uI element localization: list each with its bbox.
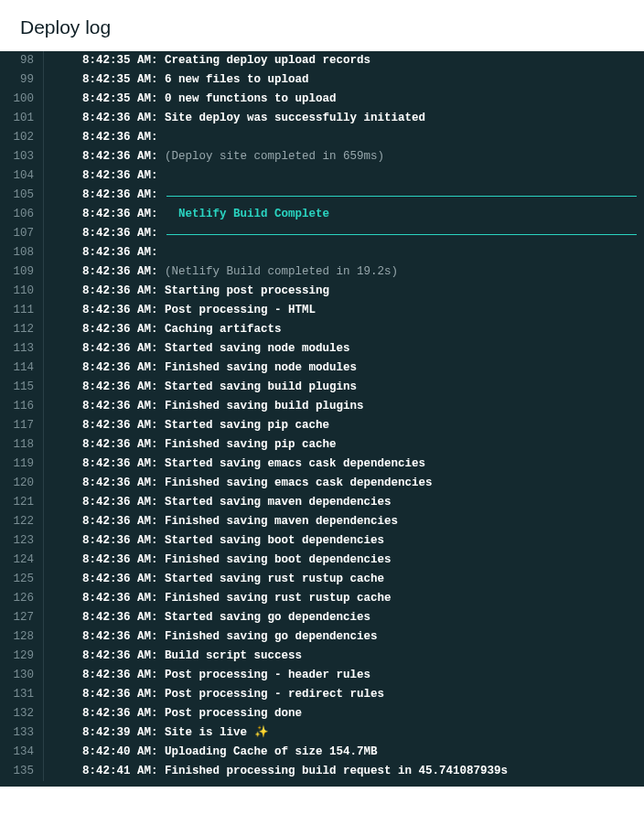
log-line[interactable]: 1098:42:36 AM: (Netlify Build completed … [0, 262, 644, 282]
log-line[interactable]: 1258:42:36 AM: Started saving rust rustu… [0, 570, 644, 589]
deploy-log[interactable]: 988:42:35 AM: Creating deploy upload rec… [0, 51, 644, 787]
log-timestamp: 8:42:36 AM: [82, 416, 165, 435]
log-message: Finished saving go dependencies [165, 627, 378, 647]
log-line[interactable]: 1058:42:36 AM: [0, 186, 644, 205]
log-message: Uploading Cache of size 154.7MB [165, 743, 378, 762]
log-line[interactable]: 1008:42:35 AM: 0 new functions to upload [0, 90, 644, 109]
log-timestamp: 8:42:36 AM: [82, 339, 165, 359]
log-line[interactable]: 1088:42:36 AM: [0, 243, 644, 262]
sparkle-icon: ✨ [254, 723, 269, 743]
log-message: Finished saving rust rustup cache [165, 589, 392, 608]
log-content: 8:42:36 AM: Finished saving boot depende… [44, 551, 644, 570]
page-title: Deploy log [20, 16, 624, 38]
line-number: 108 [0, 243, 44, 262]
log-timestamp: 8:42:36 AM: [82, 531, 165, 551]
log-timestamp: 8:42:36 AM: [82, 282, 165, 301]
log-message: Post processing - header rules [165, 666, 370, 685]
log-message: 6 new files to upload [165, 70, 309, 90]
log-line[interactable]: 1158:42:36 AM: Started saving build plug… [0, 378, 644, 397]
log-content: 8:42:36 AM: Started saving node modules [44, 339, 644, 359]
log-content: 8:42:40 AM: Uploading Cache of size 154.… [44, 743, 644, 762]
line-number: 126 [0, 589, 44, 608]
log-timestamp: 8:42:36 AM: [82, 262, 165, 282]
log-line[interactable]: 1148:42:36 AM: Finished saving node modu… [0, 359, 644, 378]
log-timestamp: 8:42:40 AM: [82, 743, 165, 762]
log-content: 8:42:36 AM: [44, 224, 644, 243]
line-number: 99 [0, 70, 44, 90]
log-content: 8:42:35 AM: 0 new functions to upload [44, 90, 644, 109]
log-timestamp: 8:42:36 AM: [82, 186, 165, 205]
log-content: 8:42:36 AM: Post processing - redirect r… [44, 685, 644, 704]
log-line[interactable]: 1168:42:36 AM: Finished saving build plu… [0, 397, 644, 416]
line-number: 98 [0, 51, 44, 70]
log-content: 8:42:36 AM: [44, 128, 644, 147]
log-timestamp: 8:42:36 AM: [82, 205, 165, 224]
line-number: 100 [0, 90, 44, 109]
log-line[interactable]: 1198:42:36 AM: Started saving emacs cask… [0, 455, 644, 474]
divider-rule [166, 234, 637, 235]
log-content: 8:42:36 AM: Finished saving node modules [44, 359, 644, 378]
log-line[interactable]: 1278:42:36 AM: Started saving go depende… [0, 608, 644, 627]
log-line[interactable]: 1028:42:36 AM: [0, 128, 644, 147]
line-number: 131 [0, 685, 44, 704]
log-line[interactable]: 1238:42:36 AM: Started saving boot depen… [0, 531, 644, 551]
log-timestamp: 8:42:36 AM: [82, 128, 165, 147]
log-timestamp: 8:42:36 AM: [82, 109, 165, 128]
log-line[interactable]: 1178:42:36 AM: Started saving pip cache [0, 416, 644, 435]
log-line[interactable]: 1298:42:36 AM: Build script success [0, 647, 644, 666]
log-line[interactable]: 1308:42:36 AM: Post processing - header … [0, 666, 644, 685]
log-line[interactable]: 998:42:35 AM: 6 new files to upload [0, 70, 644, 90]
log-content: 8:42:35 AM: 6 new files to upload [44, 70, 644, 90]
line-number: 117 [0, 416, 44, 435]
log-message: Started saving boot dependencies [165, 531, 384, 551]
line-number: 129 [0, 647, 44, 666]
log-line[interactable]: 1108:42:36 AM: Starting post processing [0, 282, 644, 301]
log-line[interactable]: 1048:42:36 AM: [0, 166, 644, 186]
log-timestamp: 8:42:36 AM: [82, 512, 165, 531]
log-line[interactable]: 1248:42:36 AM: Finished saving boot depe… [0, 551, 644, 570]
line-number: 109 [0, 262, 44, 282]
log-content: 8:42:36 AM: Post processing - header rul… [44, 666, 644, 685]
log-line[interactable]: 1068:42:36 AM: Netlify Build Complete [0, 205, 644, 224]
line-number: 121 [0, 493, 44, 512]
log-line[interactable]: 1208:42:36 AM: Finished saving emacs cas… [0, 474, 644, 493]
log-line[interactable]: 1128:42:36 AM: Caching artifacts [0, 320, 644, 339]
log-line[interactable]: 1228:42:36 AM: Finished saving maven dep… [0, 512, 644, 531]
log-content: 8:42:36 AM: (Deploy site completed in 65… [44, 147, 644, 166]
line-number: 103 [0, 147, 44, 166]
log-timestamp: 8:42:36 AM: [82, 685, 165, 704]
log-timestamp: 8:42:36 AM: [82, 704, 165, 723]
log-line[interactable]: 1348:42:40 AM: Uploading Cache of size 1… [0, 743, 644, 762]
log-timestamp: 8:42:36 AM: [82, 166, 165, 186]
log-line[interactable]: 1218:42:36 AM: Started saving maven depe… [0, 493, 644, 512]
log-content: 8:42:36 AM: [44, 243, 644, 262]
log-timestamp: 8:42:39 AM: [82, 723, 165, 743]
line-number: 110 [0, 282, 44, 301]
log-line[interactable]: 1338:42:39 AM: Site is live ✨ [0, 723, 644, 743]
log-line[interactable]: 1118:42:36 AM: Post processing - HTML [0, 301, 644, 320]
log-line[interactable]: 1138:42:36 AM: Started saving node modul… [0, 339, 644, 359]
log-line[interactable]: 1268:42:36 AM: Finished saving rust rust… [0, 589, 644, 608]
log-content: 8:42:36 AM: Finished saving rust rustup … [44, 589, 644, 608]
log-line[interactable]: 1328:42:36 AM: Post processing done [0, 704, 644, 723]
log-line[interactable]: 1078:42:36 AM: [0, 224, 644, 243]
log-content: 8:42:36 AM: Finished saving go dependenc… [44, 627, 644, 647]
line-number: 120 [0, 474, 44, 493]
log-content: 8:42:36 AM: Started saving pip cache [44, 416, 644, 435]
log-line[interactable]: 1318:42:36 AM: Post processing - redirec… [0, 685, 644, 704]
log-line[interactable]: 1018:42:36 AM: Site deploy was successfu… [0, 109, 644, 128]
header: Deploy log [0, 0, 644, 51]
log-message: Site is live [165, 723, 254, 743]
line-number: 132 [0, 704, 44, 723]
line-number: 102 [0, 128, 44, 147]
log-line[interactable]: 1358:42:41 AM: Finished processing build… [0, 762, 644, 781]
log-content: 8:42:36 AM: Finished saving maven depend… [44, 512, 644, 531]
log-line[interactable]: 1188:42:36 AM: Finished saving pip cache [0, 435, 644, 455]
log-timestamp: 8:42:36 AM: [82, 147, 165, 166]
log-line[interactable]: 1288:42:36 AM: Finished saving go depend… [0, 627, 644, 647]
log-timestamp: 8:42:36 AM: [82, 570, 165, 589]
log-line[interactable]: 1038:42:36 AM: (Deploy site completed in… [0, 147, 644, 166]
log-line[interactable]: 988:42:35 AM: Creating deploy upload rec… [0, 51, 644, 70]
log-timestamp: 8:42:36 AM: [82, 397, 165, 416]
log-message: Creating deploy upload records [165, 51, 370, 70]
